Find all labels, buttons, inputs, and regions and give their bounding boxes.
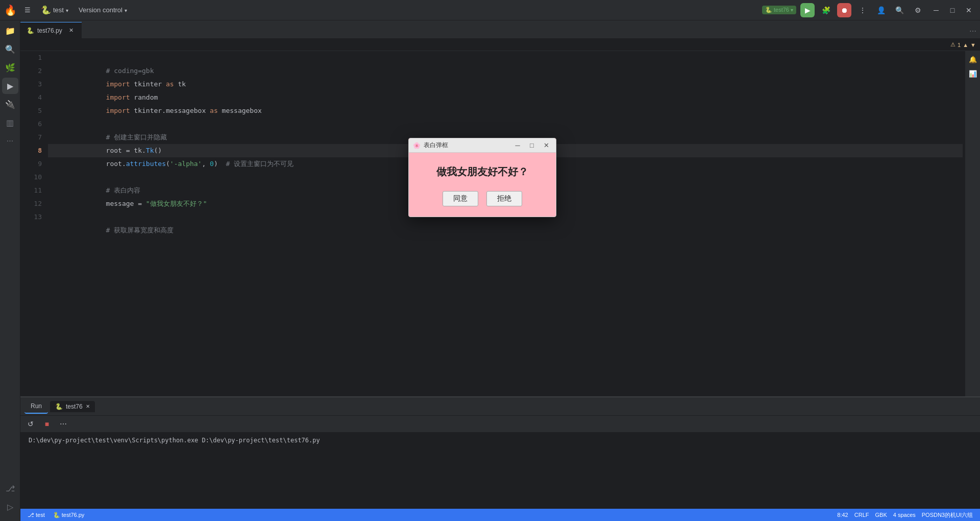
more-button[interactable]: ⋮ [855,3,870,17]
bottom-tab-file[interactable]: 🐍 test76 ✕ [50,401,95,412]
more-options-button[interactable]: ⋯ [57,418,69,430]
terminal-output: D:\dev\py-project\test\venv\Scripts\pyth… [29,437,320,444]
dialog-minimize-button[interactable]: ─ [512,141,523,150]
window-controls: ─ □ ✕ [929,3,976,17]
warning-bar: ⚠ 1 ▲ ▼ [20,39,980,51]
title-bar-menu: ☰ 🐍 test Version control [20,3,131,17]
status-indent[interactable]: 4 spaces [890,512,919,518]
dialog-refuse-button[interactable]: 拒绝 [486,191,522,206]
project-name[interactable]: 🐍 test [37,3,72,17]
terminal-content[interactable]: D:\dev\py-project\test\venv\Scripts\pyth… [20,433,980,509]
stop-button[interactable]: ■ [41,418,53,430]
activity-icon-files[interactable]: 📁 [2,22,18,39]
settings-button[interactable]: ⚙ [911,3,925,17]
code-line-2: import tkinter as tk [48,64,963,78]
right-sidebar: 🔔 📊 [965,51,980,396]
dialog-titlebar: 🌸 表白弹框 ─ □ ✕ [409,138,556,153]
warning-chevron-up[interactable]: ▲ [963,42,968,48]
bottom-toolbar: ↺ ■ ⋯ [20,416,980,433]
dialog-message: 做我女朋友好不好？ [417,165,548,179]
bottom-tab-run[interactable]: Run [24,399,48,414]
main-layout: 📁 🔍 🌿 ▶ 🔌 ▥ ··· ⎇ ▷ 🐍 test76.py ✕ ⋯ ⚠ 1 … [0,20,980,521]
title-bar-right: 🐍 test76 ▶ 🧩 ⏺ ⋮ 👤 🔍 ⚙ ─ □ ✕ [762,3,976,17]
activity-icon-plugins[interactable]: 🔌 [2,96,18,112]
maximize-button[interactable]: □ [945,3,960,17]
activity-icon-arrow[interactable]: ▷ [2,499,18,515]
tab-icon: 🐍 [27,27,34,34]
activity-icon-more[interactable]: ··· [2,133,18,149]
restart-button[interactable]: ↺ [24,418,37,430]
status-line-col[interactable]: 8:42 [834,512,851,518]
tab-bar: 🐍 test76.py ✕ ⋯ [20,20,980,39]
status-charset[interactable]: GBK [872,512,890,518]
activity-icon-git[interactable]: ⎇ [2,480,18,496]
bottom-tab-close[interactable]: ✕ [86,404,90,409]
code-editor[interactable]: # coding=gbk import tkinter as tk import… [46,51,965,396]
status-encoding[interactable]: CRLF [851,512,872,518]
bottom-panel: Run 🐍 test76 ✕ ↺ ■ ⋯ D:\dev\py-project\t… [20,396,980,509]
run-config-label[interactable]: 🐍 test76 [762,6,796,14]
activity-icon-run[interactable]: ▶ [2,78,18,94]
right-notifications-icon[interactable]: 🔔 [967,53,979,65]
dialog-close-button[interactable]: ✕ [541,141,552,150]
hamburger-menu[interactable]: ☰ [20,4,35,16]
code-line-1: # coding=gbk [48,51,963,64]
activity-icon-vcs[interactable]: 🌿 [2,59,18,76]
status-bar: ⎇ test 🐍 test76.py 8:42 CRLF GBK 4 space… [20,509,980,521]
app-logo: 🔥 [4,4,16,16]
dialog-maximize-button[interactable]: □ [526,141,537,150]
vcs-dropdown-icon [125,6,127,14]
dialog-body: 做我女朋友好不好？ 同意 拒绝 [409,153,556,217]
tab-label: test76.py [37,27,62,34]
status-file[interactable]: 🐍 test76.py [50,509,88,521]
line-numbers: 1 2 3 4 5 6 7 8 9 10 11 12 13 [20,51,46,396]
run-dropdown-icon [791,7,793,13]
dialog-title-text: 表白弹框 [424,141,509,150]
activity-icon-layers[interactable]: ▥ [2,114,18,131]
warning-chevron-down[interactable]: ▼ [970,42,976,48]
editor-pane-main: 1 2 3 4 5 6 7 8 9 10 11 12 13 [20,51,965,396]
plugin-button[interactable]: 🧩 [819,3,833,17]
confession-dialog: 🌸 表白弹框 ─ □ ✕ 做我女朋友好不好？ 同意 拒绝 [408,138,556,217]
right-chart-icon[interactable]: 📊 [967,67,979,80]
people-button[interactable]: 👤 [874,3,888,17]
editor-area: 🐍 test76.py ✕ ⋯ ⚠ 1 ▲ ▼ 1 2 3 [20,20,980,521]
editor-content[interactable]: 1 2 3 4 5 6 7 8 9 10 11 12 13 [20,51,965,396]
warning-icon: ⚠ [950,41,955,48]
activity-bottom: ⎇ ▷ [2,480,18,519]
code-line-4: import tkinter.messagebox as messagebox [48,91,963,104]
close-button[interactable]: ✕ [962,3,976,17]
minimize-button[interactable]: ─ [929,3,943,17]
activity-icon-search[interactable]: 🔍 [2,41,18,57]
status-platform[interactable]: POSDN3的机UI六组 [919,511,976,519]
tab-more-button[interactable]: ⋯ [966,24,980,38]
vcs-menu[interactable]: Version control [75,4,131,16]
tab-test76py[interactable]: 🐍 test76.py ✕ [20,22,82,38]
activity-bar: 📁 🔍 🌿 ▶ 🔌 ▥ ··· ⎇ ▷ [0,20,20,521]
status-branch[interactable]: ⎇ test [24,509,48,521]
bottom-tabs: Run 🐍 test76 ✕ [20,397,980,416]
record-button[interactable]: ⏺ [837,3,851,17]
project-dropdown-icon [66,6,68,14]
status-right: 8:42 CRLF GBK 4 spaces POSDN3的机UI六组 [834,511,976,519]
code-line-6: # 创建主窗口并隐藏 [48,117,963,131]
title-bar: 🔥 ☰ 🐍 test Version control 🐍 test76 ▶ 🧩 … [0,0,980,20]
search-button[interactable]: 🔍 [892,3,906,17]
dialog-agree-button[interactable]: 同意 [443,191,478,206]
editor-split: 1 2 3 4 5 6 7 8 9 10 11 12 13 [20,51,980,396]
tab-close-button[interactable]: ✕ [67,27,76,35]
run-button[interactable]: ▶ [800,3,815,17]
dialog-title-icon: 🌸 [413,142,421,149]
warning-count: 1 [958,42,961,48]
dialog-buttons: 同意 拒绝 [417,191,548,206]
